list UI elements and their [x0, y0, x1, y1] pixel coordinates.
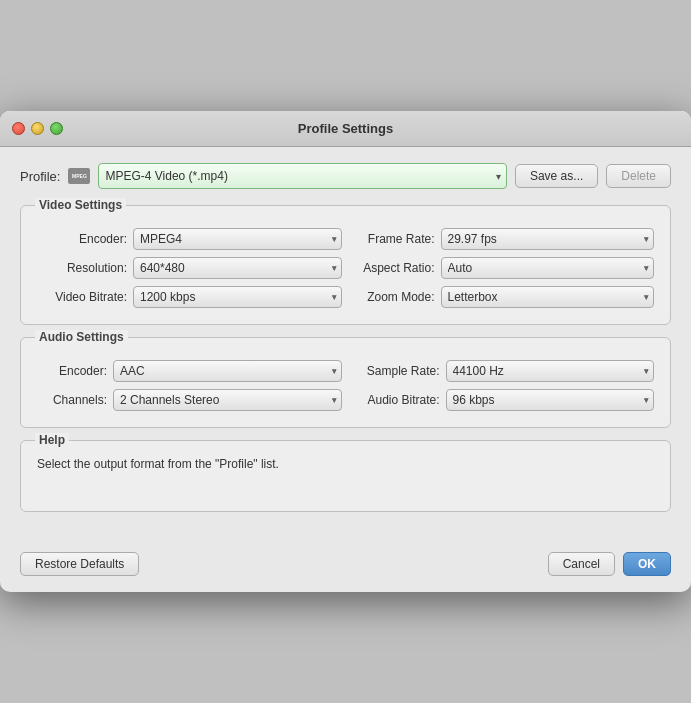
zoom-mode-select-wrapper: Letterbox ▾: [441, 286, 655, 308]
titlebar: Profile Settings: [0, 111, 691, 147]
audio-settings-title: Audio Settings: [35, 330, 128, 344]
audio-settings-section: Audio Settings Encoder: AAC ▾: [20, 337, 671, 428]
sample-rate-select[interactable]: 44100 Hz: [446, 360, 655, 382]
video-bitrate-select-wrapper: 1200 kbps ▾: [133, 286, 342, 308]
close-button[interactable]: [12, 122, 25, 135]
resolution-select-wrapper: 640*480 ▾: [133, 257, 342, 279]
help-title: Help: [35, 433, 69, 447]
aspect-ratio-select[interactable]: Auto: [441, 257, 655, 279]
ok-button[interactable]: OK: [623, 552, 671, 576]
profile-row: Profile: MPEG MPEG-4 Video (*.mp4) ▾ Sav…: [20, 163, 671, 189]
sample-rate-select-wrapper: 44100 Hz ▾: [446, 360, 655, 382]
zoom-mode-select[interactable]: Letterbox: [441, 286, 655, 308]
cancel-button[interactable]: Cancel: [548, 552, 615, 576]
video-encoder-select[interactable]: MPEG4: [133, 228, 342, 250]
profile-label: Profile:: [20, 169, 60, 184]
window-title: Profile Settings: [298, 121, 393, 136]
audio-encoder-row: Encoder: AAC ▾: [37, 360, 342, 382]
video-right-col: Frame Rate: 29.97 fps ▾ Aspect Ratio:: [350, 228, 655, 308]
channels-select-wrapper: 2 Channels Stereo ▾: [113, 389, 342, 411]
help-section: Help Select the output format from the "…: [20, 440, 671, 512]
resolution-label: Resolution:: [37, 261, 127, 275]
video-settings-title: Video Settings: [35, 198, 126, 212]
main-window: Profile Settings Profile: MPEG MPEG-4 Vi…: [0, 111, 691, 592]
aspect-ratio-label: Aspect Ratio:: [350, 261, 435, 275]
channels-select[interactable]: 2 Channels Stereo: [113, 389, 342, 411]
aspect-ratio-select-wrapper: Auto ▾: [441, 257, 655, 279]
help-text: Select the output format from the "Profi…: [37, 457, 654, 471]
frame-rate-row: Frame Rate: 29.97 fps ▾: [350, 228, 655, 250]
aspect-ratio-row: Aspect Ratio: Auto ▾: [350, 257, 655, 279]
maximize-button[interactable]: [50, 122, 63, 135]
audio-encoder-label: Encoder:: [37, 364, 107, 378]
audio-left-col: Encoder: AAC ▾ Channels: 2 Channels: [37, 360, 342, 411]
video-settings-section: Video Settings Encoder: MPEG4 ▾: [20, 205, 671, 325]
sample-rate-label: Sample Rate:: [350, 364, 440, 378]
audio-encoder-select[interactable]: AAC: [113, 360, 342, 382]
audio-right-col: Sample Rate: 44100 Hz ▾ Audio Bitrate:: [350, 360, 655, 411]
video-bitrate-select[interactable]: 1200 kbps: [133, 286, 342, 308]
footer-right-buttons: Cancel OK: [548, 552, 671, 576]
video-bitrate-row: Video Bitrate: 1200 kbps ▾: [37, 286, 342, 308]
video-left-col: Encoder: MPEG4 ▾ Resolution: 640*48: [37, 228, 342, 308]
channels-label: Channels:: [37, 393, 107, 407]
audio-bitrate-select-wrapper: 96 kbps ▾: [446, 389, 655, 411]
zoom-mode-label: Zoom Mode:: [350, 290, 435, 304]
channels-row: Channels: 2 Channels Stereo ▾: [37, 389, 342, 411]
profile-select-wrapper: MPEG-4 Video (*.mp4) ▾: [98, 163, 506, 189]
profile-select[interactable]: MPEG-4 Video (*.mp4): [98, 163, 506, 189]
video-bitrate-label: Video Bitrate:: [37, 290, 127, 304]
footer: Restore Defaults Cancel OK: [0, 544, 691, 592]
sample-rate-row: Sample Rate: 44100 Hz ▾: [350, 360, 655, 382]
resolution-row: Resolution: 640*480 ▾: [37, 257, 342, 279]
frame-rate-label: Frame Rate:: [350, 232, 435, 246]
audio-settings-grid: Encoder: AAC ▾ Channels: 2 Channels: [37, 360, 654, 411]
traffic-lights: [12, 122, 63, 135]
encoder-select-wrapper: MPEG4 ▾: [133, 228, 342, 250]
frame-rate-select[interactable]: 29.97 fps: [441, 228, 655, 250]
video-settings-grid: Encoder: MPEG4 ▾ Resolution: 640*48: [37, 228, 654, 308]
encoder-label: Encoder:: [37, 232, 127, 246]
mpeg-icon: MPEG: [68, 168, 90, 184]
content-area: Profile: MPEG MPEG-4 Video (*.mp4) ▾ Sav…: [0, 147, 691, 544]
resolution-select[interactable]: 640*480: [133, 257, 342, 279]
encoder-row: Encoder: MPEG4 ▾: [37, 228, 342, 250]
restore-defaults-button[interactable]: Restore Defaults: [20, 552, 139, 576]
audio-bitrate-row: Audio Bitrate: 96 kbps ▾: [350, 389, 655, 411]
audio-bitrate-label: Audio Bitrate:: [350, 393, 440, 407]
frame-rate-select-wrapper: 29.97 fps ▾: [441, 228, 655, 250]
audio-bitrate-select[interactable]: 96 kbps: [446, 389, 655, 411]
zoom-mode-row: Zoom Mode: Letterbox ▾: [350, 286, 655, 308]
minimize-button[interactable]: [31, 122, 44, 135]
delete-button[interactable]: Delete: [606, 164, 671, 188]
save-as-button[interactable]: Save as...: [515, 164, 598, 188]
audio-encoder-select-wrapper: AAC ▾: [113, 360, 342, 382]
